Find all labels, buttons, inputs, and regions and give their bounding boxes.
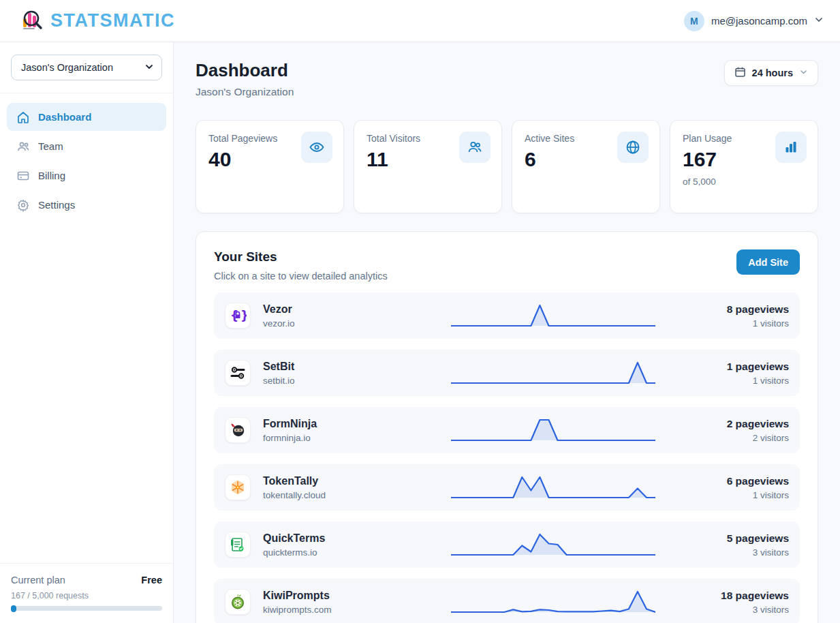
plan-label: Current plan — [11, 575, 65, 586]
site-visitors: 3 visitors — [687, 605, 789, 615]
quickterms-favicon — [225, 532, 251, 558]
site-pageviews: 6 pageviews — [687, 475, 789, 487]
user-menu[interactable]: M me@jasoncamp.com — [684, 11, 824, 31]
site-row-kiwiprompts[interactable]: KiwiPrompts kiwiprompts.com 18 pageviews… — [214, 579, 800, 623]
time-range-value: 24 hours — [752, 67, 793, 78]
site-domain: formninja.io — [263, 433, 420, 443]
stat-card-total-pageviews: Total Pageviews 40 — [196, 120, 344, 213]
sidebar-item-dashboard[interactable]: Dashboard — [7, 103, 166, 131]
kiwiprompts-favicon — [225, 589, 251, 615]
user-email: me@jasoncamp.com — [711, 15, 807, 27]
your-sites-card: Your Sites Click on a site to view detai… — [196, 231, 818, 623]
sites-title: Your Sites — [214, 249, 388, 264]
sparkline-chart — [451, 472, 655, 502]
site-pageviews: 2 pageviews — [687, 418, 789, 430]
brand[interactable]: STATSMATIC — [19, 7, 175, 35]
vezor-favicon: { } — [225, 303, 251, 329]
home-icon — [16, 110, 30, 124]
settings-gear-icon — [16, 198, 30, 212]
site-name: KiwiPrompts — [263, 590, 420, 602]
org-selector[interactable]: Jason's Organization — [11, 55, 162, 80]
sidebar-item-team[interactable]: Team — [7, 132, 166, 160]
main-content: Dashboard Jason's Organization 24 hours … — [174, 42, 840, 623]
sidebar-item-label: Team — [38, 140, 63, 152]
page-subtitle: Jason's Organization — [196, 86, 294, 98]
site-name: QuickTerms — [263, 532, 420, 545]
team-icon — [16, 140, 30, 153]
plan-progress-fill — [11, 605, 16, 612]
org-selector-value: Jason's Organization — [21, 62, 113, 73]
sites-subtitle: Click on a site to view detailed analyti… — [214, 271, 388, 282]
site-domain: quickterms.io — [263, 547, 420, 558]
plan-usage-box: Current plan Free 167 / 5,000 requests — [0, 563, 173, 623]
site-row-setbit[interactable]: SetBit setbit.io 1 pageviews 1 visitors — [214, 350, 800, 396]
sparkline-chart — [451, 530, 655, 560]
sparkline-chart — [451, 358, 655, 388]
select-caret-icon — [145, 62, 153, 73]
svg-text:}: } — [240, 309, 247, 322]
calendar-icon — [734, 66, 746, 80]
sparkline-chart — [451, 301, 655, 331]
site-domain: setbit.io — [263, 376, 420, 386]
globe-icon — [617, 132, 649, 163]
site-pageviews: 5 pageviews — [687, 532, 789, 545]
site-name: TokenTally — [263, 475, 420, 487]
site-pageviews: 8 pageviews — [687, 303, 789, 316]
sidebar-item-label: Dashboard — [38, 111, 91, 123]
page-title: Dashboard — [196, 60, 294, 81]
bar-chart-icon — [775, 132, 807, 163]
site-domain: vezor.io — [263, 318, 420, 329]
site-domain: tokentally.cloud — [263, 490, 420, 500]
plan-usage-text: 167 / 5,000 requests — [11, 591, 162, 601]
sparkline-chart — [451, 415, 655, 445]
stat-card-plan-usage: Plan Usage 167 of 5,000 — [670, 120, 818, 213]
site-visitors: 1 visitors — [687, 318, 789, 329]
visitors-icon — [459, 132, 491, 163]
stat-card-total-visitors: Total Visitors 11 — [354, 120, 502, 213]
site-name: SetBit — [263, 361, 420, 373]
add-site-button[interactable]: Add Site — [736, 249, 800, 275]
time-range-button[interactable]: 24 hours — [724, 60, 818, 86]
avatar: M — [684, 11, 704, 31]
site-row-vezor[interactable]: { } Vezor vezor.io 8 pageviews 1 visitor… — [214, 292, 800, 339]
site-domain: kiwiprompts.com — [263, 605, 420, 615]
eye-icon — [301, 132, 332, 163]
site-visitors: 1 visitors — [687, 376, 789, 386]
billing-card-icon — [16, 169, 30, 183]
site-pageviews: 18 pageviews — [687, 590, 789, 602]
chevron-down-icon — [814, 15, 824, 27]
plan-progress-bar — [11, 606, 162, 611]
site-pageviews: 1 pageviews — [687, 361, 789, 373]
stat-sub: of 5,000 — [683, 177, 805, 187]
setbit-favicon — [225, 360, 251, 386]
magnifier-bar-chart-icon — [19, 7, 45, 35]
site-row-quickterms[interactable]: QuickTerms quickterms.io 5 pageviews 3 v… — [214, 521, 800, 568]
formninja-favicon — [225, 417, 251, 443]
plan-name: Free — [141, 575, 162, 586]
sidebar: Jason's Organization Dashboard Team — [0, 42, 174, 623]
sidebar-nav: Dashboard Team Billing Settings — [0, 93, 173, 563]
sidebar-item-billing[interactable]: Billing — [7, 162, 166, 189]
site-visitors: 1 visitors — [687, 490, 789, 500]
tokentally-favicon — [225, 474, 251, 500]
sparkline-chart — [451, 587, 655, 617]
stat-card-active-sites: Active Sites 6 — [512, 120, 660, 213]
sidebar-item-settings[interactable]: Settings — [7, 191, 166, 219]
sidebar-item-label: Settings — [38, 199, 75, 211]
site-visitors: 3 visitors — [687, 547, 789, 558]
site-name: Vezor — [263, 303, 420, 316]
site-visitors: 2 visitors — [687, 433, 789, 443]
site-row-tokentally[interactable]: TokenTally tokentally.cloud 6 pageviews … — [214, 464, 800, 511]
sidebar-item-label: Billing — [38, 170, 65, 181]
top-bar: STATSMATIC M me@jasoncamp.com — [0, 0, 840, 42]
site-row-formninja[interactable]: FormNinja formninja.io 2 pageviews 2 vis… — [214, 407, 800, 453]
chevron-down-icon — [799, 67, 808, 78]
site-name: FormNinja — [263, 418, 420, 430]
brand-wordmark: STATSMATIC — [50, 10, 175, 31]
